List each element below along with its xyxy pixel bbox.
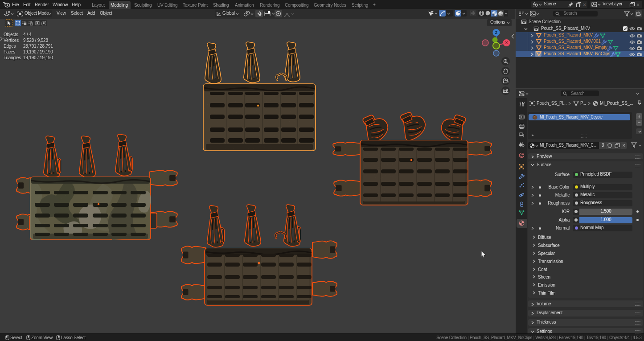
- svg-text:X: X: [505, 41, 508, 45]
- svg-text:Z: Z: [495, 30, 498, 35]
